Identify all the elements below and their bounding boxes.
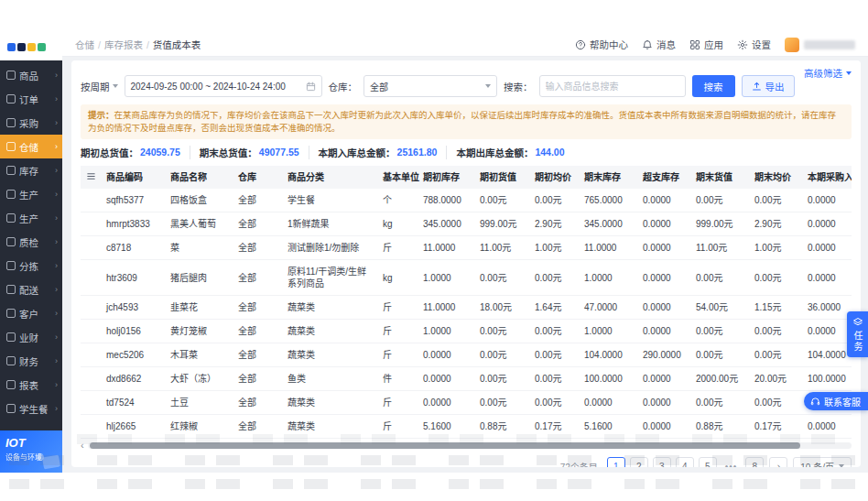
page-button-1[interactable]: 1 (607, 457, 625, 467)
breadcrumb-inventory-report[interactable]: 库存报表 (104, 38, 149, 51)
chevron-down-icon (839, 464, 844, 467)
warehouse-select-value: 全部 (370, 80, 388, 93)
column-header[interactable]: 商品分类 (282, 166, 377, 190)
table-cell: 54.00元 (690, 296, 749, 320)
table-row[interactable]: sqfh5377四格饭盒全部学生餐个788.00000.00元0.00元765.… (81, 189, 852, 212)
table-row[interactable]: jch4593韭菜花全部蔬菜类斤11.000018.00元1.64元47.000… (81, 296, 852, 320)
row-leading-cell (81, 212, 101, 236)
row-leading-cell (81, 343, 101, 367)
sidebar-item-customer[interactable]: 客户 (0, 301, 62, 325)
date-range-input[interactable]: 2024-09-25 00:00 ~ 2024-10-24 24:00 (125, 75, 322, 97)
help-center-button[interactable]: 帮助中心 (575, 38, 628, 51)
table-cell: 全部 (233, 189, 282, 212)
row-leading-cell (81, 415, 101, 439)
period-mode-dropdown[interactable]: 按周期 (81, 80, 118, 93)
column-header[interactable]: 仓库 (233, 166, 282, 190)
filter-bar: 按周期 2024-09-25 00:00 ~ 2024-10-24 24:00 … (81, 75, 852, 97)
sidebar-item-label: 财务 (19, 354, 38, 368)
column-header[interactable]: 期末货值 (690, 166, 749, 190)
user-menu[interactable] (785, 38, 855, 52)
table-cell: 1.0000 (418, 320, 474, 343)
search-button[interactable]: 搜索 (692, 75, 735, 97)
settings-button[interactable]: 设置 (737, 38, 771, 51)
pagination-total: 72个条目 (560, 460, 598, 467)
apps-button[interactable]: 应用 (689, 38, 723, 51)
table-cell: 0.00元 (749, 391, 802, 415)
column-settings-button[interactable] (81, 166, 101, 190)
table-cell: 11.0000 (579, 236, 637, 260)
page-button-5[interactable]: 5 (699, 457, 717, 467)
next-page-button[interactable]: › (769, 457, 787, 467)
breadcrumb-warehouse[interactable]: 仓储 (75, 38, 101, 51)
contact-support-button[interactable]: 联系客服 (804, 392, 868, 410)
page-button-2[interactable]: 2 (630, 457, 648, 467)
table-cell: 0.00元 (749, 320, 802, 343)
table-cell: 0.0000 (418, 391, 474, 415)
column-header[interactable]: 期末库存 (579, 166, 637, 190)
cost-table: 商品编码商品名称仓库商品分类基本单位期初库存期初货值期初均价期末库存超支库存期末… (81, 166, 852, 440)
logo-square-green (38, 43, 46, 51)
sidebar-item-sorting[interactable]: 分拣 (0, 254, 62, 278)
sidebar-item-quality[interactable]: 质检 (0, 230, 62, 254)
sidebar-item-production-2[interactable]: 生产 (0, 206, 62, 230)
table-cell: 0.00元 (529, 367, 579, 391)
table-cell: 999.00元 (690, 212, 749, 236)
search-input[interactable] (546, 82, 679, 92)
sidebar-item-inventory[interactable]: 库存 (0, 158, 62, 182)
production-2-icon (6, 213, 16, 223)
sidebar-item-production[interactable]: 生产 (0, 182, 62, 206)
column-header[interactable]: 本期采购入量 (802, 166, 852, 190)
sidebar-item-label: 库存 (19, 164, 38, 178)
scrollbar-thumb[interactable] (90, 442, 800, 449)
sidebar-item-finance[interactable]: 财务 (0, 349, 62, 373)
user-name-redacted (804, 40, 855, 49)
messages-button[interactable]: 消息 (642, 38, 676, 51)
sidebar-item-purchase[interactable]: 采购 (0, 111, 62, 135)
column-header[interactable]: 期初库存 (418, 166, 474, 190)
scroll-left-arrow[interactable] (81, 441, 84, 449)
app-logo[interactable] (0, 33, 62, 60)
column-header[interactable]: 期初货值 (474, 166, 529, 190)
table-cell: 0.88元 (474, 415, 529, 439)
tasks-floating-button[interactable]: 任务 (847, 311, 868, 357)
page-size-select[interactable]: 10 条/页 (793, 457, 852, 467)
column-header[interactable]: 商品名称 (165, 166, 233, 190)
table-row[interactable]: c8718菜全部测试删除1/勿删除斤11.000011.00元1.00元11.0… (81, 236, 852, 260)
table-cell: 0.17元 (749, 415, 802, 439)
export-button[interactable]: 导出 (742, 75, 795, 97)
iot-panel[interactable]: IOT 设备与环境 (0, 430, 62, 473)
page-button-4[interactable]: 4 (676, 457, 694, 467)
summary-bar: 期初总货值： 24059.75 期末总货值： 49077.55 本期入库总金额：… (81, 146, 852, 159)
sidebar-item-student-meal[interactable]: 学生餐 (0, 397, 62, 420)
sidebar-menu: 商品 订单 采购 仓储 库存 生产 生产 质检 分拣 配送 客户 业财 财务 报… (0, 60, 62, 430)
advanced-filter-toggle[interactable]: 高级筛选 (804, 66, 852, 80)
table-row[interactable]: mec5206木耳菜全部蔬菜类斤0.00000.00元0.00元104.0000… (81, 343, 852, 367)
table-row[interactable]: dxd8662大虾（冻）全部鱼类件0.00000.00元0.00元100.000… (81, 367, 852, 391)
table-row[interactable]: td7524土豆全部蔬菜类斤0.00000.00元0.00元0.00000.00… (81, 391, 852, 415)
page-button-3[interactable]: 3 (653, 457, 671, 467)
sorting-icon (6, 261, 16, 270)
table-cell: 全部 (233, 260, 282, 296)
column-header[interactable]: 超支库存 (637, 166, 690, 190)
sidebar-item-delivery[interactable]: 配送 (0, 278, 62, 301)
sidebar-item-report[interactable]: 报表 (0, 373, 62, 397)
table-row[interactable]: htr3609猪后腿肉全部原料11/干调类/生鲜系列商品kg1.00000.00… (81, 260, 852, 296)
scrollbar-track[interactable] (88, 442, 852, 449)
page-button-8[interactable]: 8 (745, 457, 764, 467)
sidebar-item-biz-finance[interactable]: 业财 (0, 325, 62, 349)
warehouse-select[interactable]: 全部 (363, 75, 497, 97)
column-header[interactable]: 基本单位 (377, 166, 418, 190)
sidebar-item-warehouse[interactable]: 仓储 (0, 135, 62, 158)
table-row[interactable]: hlj2665红辣椒全部蔬菜类斤5.16000.88元0.17元5.16000.… (81, 415, 852, 439)
sidebar-item-order[interactable]: 订单 (0, 87, 62, 111)
column-header[interactable]: 商品编码 (101, 166, 165, 190)
column-header[interactable]: 期初均价 (529, 166, 579, 190)
table-cell: 土豆 (165, 391, 233, 415)
table-cell: 0.00元 (529, 343, 579, 367)
table-row[interactable]: holj0156黄灯笼椒全部蔬菜类斤1.00000.00元0.00元1.0000… (81, 320, 852, 343)
column-header[interactable]: 期末均价 (749, 166, 802, 190)
sidebar-item-goods[interactable]: 商品 (0, 63, 62, 87)
table-cell: 0.0000 (418, 343, 474, 367)
table-row[interactable]: hmrpt3833黑美人葡萄全部1新鲜蔬果kg345.0000999.00元2.… (81, 212, 852, 236)
delivery-icon (6, 285, 16, 294)
